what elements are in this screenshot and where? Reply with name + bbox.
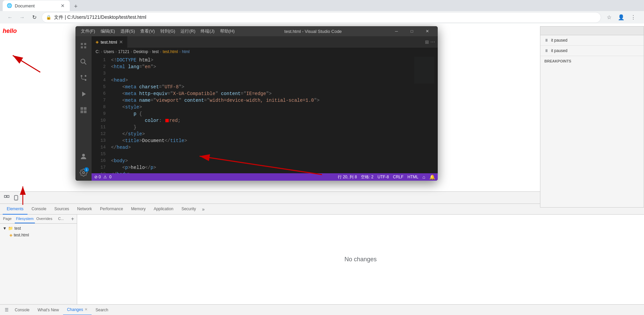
devtools-tab-sources[interactable]: Sources	[50, 204, 73, 215]
devtools-top-icons	[3, 194, 614, 202]
breadcrumb-17121[interactable]: 17121	[118, 49, 129, 54]
forward-button[interactable]: →	[17, 13, 27, 22]
devtools-sidebar-tab-page[interactable]: Page	[0, 215, 15, 223]
profile-button[interactable]: 👤	[616, 12, 627, 23]
devtools-sidebar-tab-filesystem[interactable]: Filesystem	[15, 215, 35, 223]
vscode-menu-select[interactable]: 选择(S)	[118, 26, 138, 36]
status-lang[interactable]: HTML	[408, 175, 419, 179]
activity-explorer-icon[interactable]	[75, 38, 92, 54]
devtools-bottom-tabs: ☰ Console What's New Changes ✕ Search	[0, 304, 644, 315]
breadcrumb-html[interactable]: html	[182, 49, 190, 54]
tab-favicon: 🌐	[7, 3, 12, 8]
bookmark-button[interactable]: ☆	[604, 12, 614, 23]
bottom-tab-changes-close[interactable]: ✕	[85, 307, 88, 312]
vscode-menu-edit[interactable]: 编辑(E)	[98, 26, 118, 36]
breadcrumb-users[interactable]: Users	[104, 49, 114, 54]
devtools-tab-memory[interactable]: Memory	[127, 204, 150, 215]
bottom-tab-search[interactable]: Search	[92, 305, 112, 315]
bottom-tab-console[interactable]: Console	[11, 305, 34, 315]
vscode-menu-file[interactable]: 文件(F)	[78, 26, 98, 36]
tree-file-testhtml[interactable]: ◈ test.html	[1, 232, 75, 238]
vscode-maximize-button[interactable]: □	[404, 26, 420, 36]
svg-rect-12	[84, 107, 87, 110]
devtools-sidebar: Page Filesystem Overrides C... + ▼ 📁 tes…	[0, 215, 77, 304]
editor-layout-buttons: ⊞ ⋯	[422, 39, 438, 45]
devtools-sidebar-tab-overrides[interactable]: Overrides	[35, 215, 54, 223]
split-editor-button[interactable]: ⊞	[425, 39, 429, 45]
breadcrumb-c[interactable]: C:	[96, 49, 100, 54]
status-errors[interactable]: ⊘ 0 ⚠ 0	[94, 175, 111, 179]
filesystem-tree: ▼ 📁 test ◈ test.html	[0, 224, 77, 304]
back-button[interactable]: ←	[5, 13, 15, 22]
editor-code-area[interactable]: 12345 678910 1112131415 161718 <!DOCTYPE…	[92, 55, 438, 173]
right-panel: ⏸ it paused ⏸ it paused breakpoints	[540, 26, 644, 208]
status-left: ⊘ 0 ⚠ 0	[94, 175, 335, 179]
vscode-menu-terminal[interactable]: 终端(J)	[198, 26, 217, 36]
activity-search-icon[interactable]	[75, 54, 92, 70]
breadcrumb-test[interactable]: test	[152, 49, 159, 54]
code-line-4: <head>	[108, 77, 411, 84]
activity-settings-icon[interactable]: 1	[75, 165, 92, 181]
panel-paused-text-1: it paused	[551, 38, 568, 43]
devtools-drawer-icon[interactable]: ☰	[3, 306, 11, 314]
code-line-1: <!DOCTYPE html>	[108, 57, 411, 63]
activity-debug-icon[interactable]	[75, 86, 92, 102]
status-bell-icon[interactable]: 🔔	[429, 174, 435, 180]
devtools-tab-application[interactable]: Application	[150, 204, 177, 215]
code-line-9: p {	[108, 110, 411, 117]
pause-icon-2: ⏸	[544, 48, 548, 53]
devtools-device-button[interactable]	[12, 194, 20, 202]
devtools-tab-elements[interactable]: Elements	[3, 204, 28, 215]
status-remote-icon: ⌂	[423, 174, 425, 180]
devtools-tab-performance[interactable]: Performance	[96, 204, 127, 215]
vscode-title: test.html - Visual Studio Code	[237, 29, 389, 34]
devtools-add-panel-button[interactable]: »	[200, 206, 207, 213]
status-sep1: ⚠	[103, 175, 107, 179]
activity-account-icon[interactable]	[75, 148, 92, 165]
code-editor[interactable]: <!DOCTYPE html> <html lang="en"> <head> …	[108, 55, 411, 173]
vscode-menu-view[interactable]: 查看(V)	[138, 26, 157, 36]
breadcrumb-desktop[interactable]: Desktop	[133, 49, 148, 54]
address-lock-icon: 🔒	[46, 15, 51, 20]
status-line-col[interactable]: 行 20, 列 8	[338, 174, 357, 180]
browser-tab-active[interactable]: 🌐 Document ✕	[3, 0, 70, 11]
devtools-tab-network[interactable]: Network	[73, 204, 96, 215]
devtools-tab-console[interactable]: Console	[28, 204, 50, 215]
breadcrumb-testhtml[interactable]: test.html	[163, 49, 178, 54]
vscode-minimize-button[interactable]: ─	[389, 26, 404, 36]
bottom-tab-changes[interactable]: Changes ✕	[63, 305, 92, 315]
status-spaces[interactable]: 空格: 2	[361, 174, 373, 180]
editor-breadcrumb: C: › Users › 17121 › Desktop › test › te…	[92, 48, 438, 55]
new-tab-button[interactable]: +	[71, 2, 80, 11]
activity-git-icon[interactable]	[75, 70, 92, 86]
devtools-body: Page Filesystem Overrides C... + ▼ 📁 tes…	[0, 215, 644, 304]
devtools-sidebar-tab-c[interactable]: C...	[54, 215, 68, 223]
editor-tab-close[interactable]: ✕	[119, 39, 123, 45]
tree-folder-test[interactable]: ▼ 📁 test	[1, 225, 75, 232]
bottom-tab-whats-new[interactable]: What's New	[34, 305, 63, 315]
status-eol[interactable]: CRLF	[393, 175, 404, 179]
devtools-tab-security[interactable]: Security	[177, 204, 200, 215]
tab-bar: 🌐 Document ✕ +	[0, 0, 644, 11]
vscode-menu-help[interactable]: 帮助(H)	[217, 26, 237, 36]
devtools-main: No changes	[77, 215, 644, 304]
vscode-menu-goto[interactable]: 转到(G)	[158, 26, 178, 36]
vscode-menu-run[interactable]: 运行(R)	[178, 26, 198, 36]
activity-extensions-icon[interactable]	[75, 102, 92, 118]
more-actions-button[interactable]: ⋯	[430, 39, 435, 45]
pause-icon-1: ⏸	[544, 38, 548, 43]
tab-close-button[interactable]: ✕	[60, 3, 66, 9]
code-line-14: </head>	[108, 144, 411, 151]
devtools-add-folder-button[interactable]: +	[68, 215, 77, 223]
editor-tab-testhtml[interactable]: ◈ test.html ✕	[92, 36, 127, 48]
html-file-icon: ◈	[96, 40, 99, 44]
extensions-button[interactable]: ⋮	[628, 12, 639, 23]
status-encoding[interactable]: UTF-8	[378, 175, 389, 179]
reload-button[interactable]: ↻	[30, 13, 39, 22]
code-line-10: color: red;	[108, 117, 411, 124]
devtools-panel: ⚙ ⋮ ✕ Elements Console Sources Network P…	[0, 191, 644, 315]
vscode-close-button[interactable]: ✕	[420, 26, 435, 36]
address-bar[interactable]: 🔒 文件 | C:/Users/17121/Desktop/test/test.…	[42, 12, 601, 23]
folder-name: test	[14, 226, 21, 231]
devtools-inspect-button[interactable]	[3, 194, 11, 202]
